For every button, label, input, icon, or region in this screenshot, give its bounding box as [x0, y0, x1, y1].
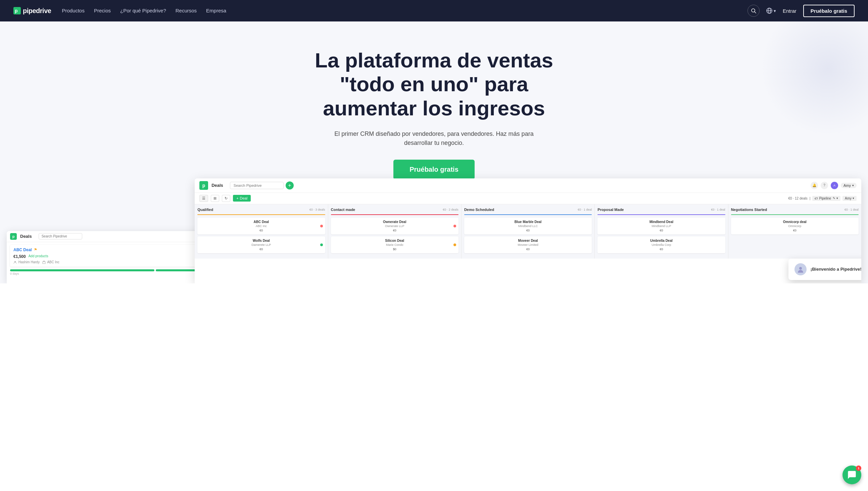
deal-dot-abc: [320, 225, 323, 227]
view-list-button[interactable]: ☰: [199, 195, 208, 202]
welcome-popup-container: ¡Bienvenido a Pipedrive!: [195, 259, 861, 283]
col-header-negotiations: Negotiations Started €0 · 1 deal: [731, 208, 859, 212]
bar1: [10, 269, 155, 271]
navbar: p pipedrive Productos Precios ¿Por qué P…: [0, 0, 868, 22]
deal-card-abc: ABC Deal ABC Inc €0: [197, 218, 325, 234]
col-meta-demo: €0 · 1 deal: [578, 208, 592, 211]
dashboard-preview: p Deals ABC Deal ⚑ €1,500 Add products: [7, 210, 861, 283]
col-header-proposal: Proposal Made €0 · 1 deal: [597, 208, 725, 212]
language-selector[interactable]: ▾: [766, 8, 776, 14]
dash-back-title: Deals: [20, 234, 32, 239]
dash-back-logo: p: [10, 233, 17, 240]
deal-card-umbrella: Umbrella Deal Umbrella Corp €0: [597, 236, 725, 253]
svg-point-10: [799, 267, 802, 270]
kanban-board: Qualified €0 · 3 deals ABC Deal ABC Inc …: [195, 204, 861, 259]
col-bar-proposal: [597, 214, 725, 215]
dash-search-input[interactable]: [230, 182, 283, 189]
welcome-popup: ¡Bienvenido a Pipedrive!: [788, 259, 861, 280]
hero-headline: La plataforma de ventas "todo en uno" pa…: [296, 48, 572, 120]
col-bar-demo: [464, 214, 592, 215]
welcome-text: ¡Bienvenido a Pipedrive!: [811, 267, 861, 272]
col-bar-negotiations: [731, 214, 859, 215]
pipeline-filter[interactable]: 🏷 Pipeline ✎ ▾: [812, 196, 840, 201]
bg-decoration: [761, 22, 868, 136]
dash-front-logo: p: [199, 181, 208, 190]
nav-actions: ▾ Entrar Pruébalo gratis: [748, 5, 855, 17]
col-title-qualified: Qualified: [197, 208, 213, 212]
deal-card-bluemarble: Blue Marble Deal Mindbend LLC €0: [464, 218, 592, 234]
nav-logo[interactable]: p pipedrive: [13, 7, 51, 15]
col-title-proposal: Proposal Made: [597, 208, 624, 212]
hero-section: La plataforma de ventas "todo en uno" pa…: [0, 22, 868, 283]
hero-subheadline: El primer CRM diseñado por vendedores, p…: [323, 129, 545, 148]
kanban-col-contact: Contact made €0 · 2 deals Ownerate Deal …: [328, 204, 462, 259]
nav-item-precios[interactable]: Precios: [94, 8, 111, 14]
logo-text: pipedrive: [23, 7, 51, 15]
view-grid-button[interactable]: ⊞: [211, 195, 219, 202]
hero-cta-button[interactable]: Pruébalo gratis: [394, 160, 474, 179]
dashboard-front: p Deals + 🔔 ? A Amy ▾ ☰: [195, 178, 861, 283]
nav-item-productos[interactable]: Productos: [62, 8, 85, 14]
col-header-contact: Contact made €0 · 2 deals: [331, 208, 459, 212]
col-title-negotiations: Negotiations Started: [731, 208, 767, 212]
deal-card-silicon: Silicon Deal Marie Condo $0: [331, 236, 459, 253]
small-deal-name: ABC Deal: [13, 248, 32, 252]
dash-front-header: p Deals + 🔔 ? A Amy ▾: [195, 178, 861, 193]
dash-header-icons: 🔔 ? A Amy ▾: [811, 182, 857, 189]
pipeline-separator: |: [810, 197, 811, 200]
svg-rect-9: [44, 261, 45, 262]
deal-dot-silicon: [454, 243, 456, 246]
deal-person: Hashim Hardy: [13, 260, 39, 264]
col-bar-contact: [331, 214, 459, 215]
nav-item-recursos[interactable]: Recursos: [175, 8, 197, 14]
col-title-demo: Demo Scheduled: [464, 208, 494, 212]
nav-links: Productos Precios ¿Por qué Pipedrive? Re…: [62, 8, 737, 14]
col-header-qualified: Qualified €0 · 3 deals: [197, 208, 325, 212]
deal-card-wolfs: Wolfs Deal Damerete LLP €0: [197, 236, 325, 253]
deal-card-mindbend: Mindbend Deal Mindbend LLP €0: [597, 218, 725, 234]
svg-line-3: [755, 12, 756, 13]
deal-dot-wolfs: [320, 243, 323, 246]
dash-front-title: Deals: [212, 183, 223, 188]
nav-cta-button[interactable]: Pruébalo gratis: [803, 5, 855, 17]
deal-company: ABC Inc: [42, 260, 59, 264]
nav-item-por-que[interactable]: ¿Por qué Pipedrive?: [120, 8, 166, 14]
login-link[interactable]: Entrar: [783, 8, 796, 14]
deal-dot-ownerate: [454, 225, 456, 227]
view-chart-button[interactable]: ↻: [222, 195, 230, 202]
kanban-col-qualified: Qualified €0 · 3 deals ABC Deal ABC Inc …: [195, 204, 328, 259]
deal-card-omnicorp: Omnicorp deal Omnicorp €0: [731, 218, 859, 234]
dash-toolbar: ☰ ⊞ ↻ + Deal €0 · 12 deals | 🏷 Pipeline …: [195, 193, 861, 204]
col-title-contact: Contact made: [331, 208, 355, 212]
svg-rect-8: [43, 262, 45, 264]
small-deal-price: €1,500: [13, 254, 26, 259]
col-meta-proposal: €0 · 1 deal: [711, 208, 725, 211]
user-avatar[interactable]: A: [831, 182, 838, 189]
kanban-col-proposal: Proposal Made €0 · 1 deal Mindbend Deal …: [595, 204, 728, 259]
question-icon[interactable]: ?: [821, 182, 828, 189]
svg-text:p: p: [15, 8, 18, 13]
col-meta-qualified: €0 · 3 deals: [309, 208, 325, 211]
kanban-col-demo: Demo Scheduled €0 · 1 deal Blue Marble D…: [462, 204, 595, 259]
add-deal-button[interactable]: +: [286, 181, 294, 190]
col-meta-contact: €0 · 2 deals: [443, 208, 459, 211]
nav-item-empresa[interactable]: Empresa: [206, 8, 226, 14]
user-filter[interactable]: Amy ▾: [842, 196, 857, 201]
deal-card-ownerate: Ownerate Deal Ownerate LLP €0: [331, 218, 459, 234]
add-deal-toolbar-button[interactable]: + Deal: [233, 195, 251, 202]
user-badge[interactable]: Amy ▾: [841, 183, 857, 188]
col-meta-negotiations: €0 · 1 deal: [844, 208, 859, 211]
kanban-col-negotiations: Negotiations Started €0 · 1 deal Omnicor…: [728, 204, 861, 259]
bell-icon[interactable]: 🔔: [811, 182, 818, 189]
search-icon[interactable]: [748, 5, 760, 17]
col-bar-qualified: [197, 214, 325, 215]
dash-filter-right: €0 · 12 deals | 🏷 Pipeline ✎ ▾ Amy ▾: [788, 196, 857, 201]
deal-card-moveer: Moveer Deal Moveer Limited €0: [464, 236, 592, 253]
add-products-link[interactable]: Add products: [29, 254, 48, 258]
dash-back-search[interactable]: [38, 233, 82, 239]
welcome-avatar: [794, 263, 807, 276]
col-header-demo: Demo Scheduled €0 · 1 deal: [464, 208, 592, 212]
deals-count: €0 · 12 deals: [788, 197, 808, 200]
